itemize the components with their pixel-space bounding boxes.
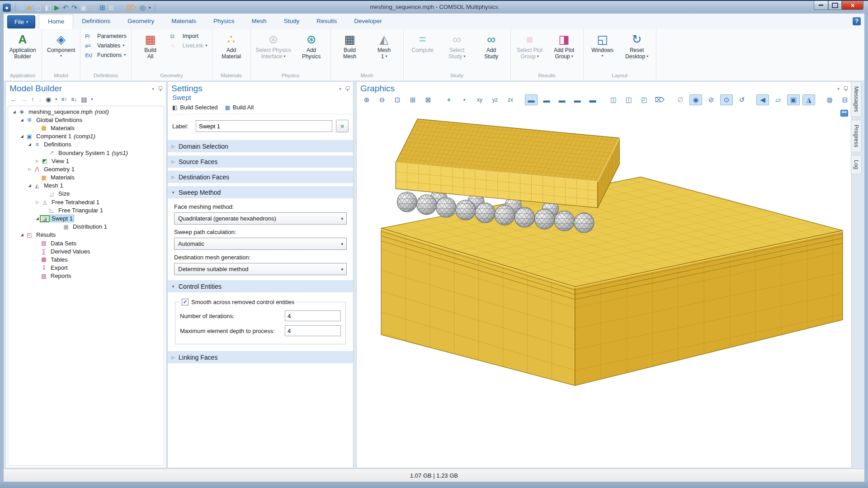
panel-menu-icon[interactable]: ▾ — [152, 86, 154, 91]
help-button[interactable]: ? — [853, 17, 861, 25]
section-sweep-method[interactable]: ▾ Sweep Method — [168, 186, 353, 198]
tab-results[interactable]: Results — [308, 14, 345, 29]
functions-button[interactable]: f(x) Functions ▾ — [83, 52, 128, 59]
build-selected-button[interactable]: ◧ Build Selected — [172, 104, 217, 111]
dest-mesh-select[interactable]: Determine suitable method ▾ — [174, 263, 347, 275]
smooth-checkbox[interactable] — [182, 299, 189, 305]
chevron-down-icon[interactable]: ▾ — [458, 94, 471, 105]
tab-home[interactable]: Home — [39, 14, 73, 29]
collapse-all-button[interactable]: ≡↑ — [61, 96, 67, 103]
selection-cube-b-button[interactable]: ◫ — [623, 94, 635, 105]
tree-item-export[interactable]: ↧Export — [8, 264, 164, 272]
add-physics-button[interactable]: ⊛ Add Physics — [295, 31, 328, 61]
expander-icon[interactable]: ◢ — [26, 142, 33, 146]
tree-item-root[interactable]: ◢◈meshing_sequence.mph(root) — [8, 108, 164, 116]
compute-button[interactable]: = Compute — [406, 31, 439, 54]
zoom-out-button[interactable]: ⊖ — [376, 94, 388, 105]
select-study-button[interactable]: ∞ Select Study▾ — [441, 31, 473, 61]
livelink-button[interactable]: ⇆ LiveLink ▾ — [169, 42, 209, 49]
go-to-zx-view-button[interactable]: zx — [504, 94, 517, 105]
print-button[interactable]: ⊟ — [839, 94, 851, 105]
tree-item-free-triangular-1[interactable]: ◺Free Triangular 1 — [8, 206, 164, 214]
section-source-faces[interactable]: ▷ Source Faces — [168, 155, 353, 168]
add-plot-group-button[interactable]: ◨ Add Plot Group▾ — [548, 31, 580, 61]
minimize-button[interactable] — [814, 1, 828, 10]
tab-messages[interactable]: Messages — [851, 81, 862, 117]
max-depth-input[interactable] — [285, 325, 341, 336]
mesh-render-button[interactable]: ◮ — [802, 94, 815, 105]
iterations-input[interactable] — [285, 310, 341, 321]
select-block-button[interactable]: ◰ — [638, 94, 651, 105]
tree-item-reports[interactable]: ▧Reports — [8, 272, 164, 280]
expander-icon[interactable]: ◢ — [19, 118, 25, 122]
back-button[interactable]: ← — [10, 96, 17, 103]
tree-item-distribution-1[interactable]: ▦Distribution 1 — [8, 223, 164, 231]
graphics-canvas[interactable] — [357, 107, 851, 467]
component-button[interactable]: ◈ Component ▾ — [45, 31, 77, 60]
show-in-box-button[interactable]: ⊙ — [720, 94, 733, 105]
lighting-left-button[interactable]: ▬ — [525, 94, 538, 105]
select-plot-group-button[interactable]: ■ Select Plot Group▾ — [514, 31, 546, 61]
tree-item-size[interactable]: ◿Size — [8, 190, 164, 198]
panel-menu-icon[interactable]: ▾ — [339, 86, 341, 91]
wireframe-button[interactable]: ▣ — [787, 94, 800, 105]
reset-desktop-button[interactable]: ↻ Reset Desktop▾ — [621, 31, 653, 61]
expander-icon[interactable]: ◢ — [19, 134, 25, 138]
tab-mesh[interactable]: Mesh — [243, 14, 275, 29]
build-mesh-button[interactable]: ▦ Build Mesh — [334, 31, 366, 61]
zoom-extents-button[interactable]: ⊞ — [406, 94, 419, 105]
go-to-xy-view-button[interactable]: xy — [473, 94, 486, 105]
move-down-button[interactable]: ↓ — [38, 96, 42, 103]
select-physics-interface-button[interactable]: ⊛ Select Physics Interface▾ — [254, 31, 293, 61]
variables-button[interactable]: a= Variables ▾ — [83, 42, 128, 49]
add-study-button[interactable]: ∞ Add Study — [475, 31, 508, 61]
tab-developer[interactable]: Developer — [345, 14, 391, 29]
pin-icon[interactable] — [843, 86, 848, 91]
image-snapshot-button[interactable]: ◍ — [823, 94, 836, 105]
tab-materials[interactable]: Materials — [163, 14, 205, 29]
tree-item-view-1[interactable]: ▷◩View 1 — [8, 157, 164, 165]
expander-icon[interactable]: ◢ — [11, 110, 18, 114]
go-to-yz-view-button[interactable]: yz — [489, 94, 501, 105]
windows-button[interactable]: ◱ Windows ▾ — [586, 31, 619, 60]
expander-icon[interactable]: ◢ — [19, 233, 25, 237]
transparency-button[interactable]: ▱ — [772, 94, 784, 105]
maximize-button[interactable] — [828, 1, 842, 10]
chevron-down-icon[interactable]: ▾ — [55, 96, 57, 103]
zoom-to-selection-button[interactable]: ⊠ — [422, 94, 434, 105]
clear-selection-button[interactable]: ⌦ — [653, 94, 666, 105]
tree-item-derived-values[interactable]: ∑Derived Values — [8, 247, 164, 255]
zoom-box-button[interactable]: ⊡ — [391, 94, 404, 105]
close-button[interactable]: × — [842, 1, 863, 10]
expander-icon[interactable]: ▷ — [26, 167, 33, 171]
import-button[interactable]: ⊡ Import — [169, 33, 209, 40]
chevron-down-icon[interactable]: ▾ — [91, 96, 93, 103]
tree-item-materials-component[interactable]: ▦Materials — [8, 174, 164, 182]
tree-item-free-tetrahedral-1[interactable]: ▷◬Free Tetrahedral 1 — [8, 198, 164, 206]
tab-progress[interactable]: Progress — [851, 120, 862, 152]
build-all-button[interactable]: ▦ Build All — [134, 31, 167, 61]
pin-icon[interactable] — [158, 86, 162, 91]
expander-icon[interactable]: ◢ — [26, 183, 33, 188]
graphics-3d-model[interactable] — [357, 107, 851, 467]
rename-label-button[interactable]: ≡ — [336, 120, 349, 132]
label-input[interactable] — [196, 120, 332, 132]
tree-item-results[interactable]: ◢◰Results — [8, 231, 164, 239]
tab-physics[interactable]: Physics — [205, 14, 243, 29]
move-up-button[interactable]: ↑ — [31, 96, 34, 103]
go-to-default-view-button[interactable]: ⌖ — [443, 94, 455, 105]
tree-item-boundary-system-1[interactable]: ↗Boundary System 1(sys1) — [8, 149, 164, 157]
application-builder-button[interactable]: A Application Builder — [6, 31, 39, 61]
lighting-split-button[interactable]: ▬ — [556, 94, 568, 105]
forward-button[interactable]: → — [21, 96, 27, 103]
expander-icon[interactable]: ◢ — [34, 216, 41, 221]
section-destination-faces[interactable]: ▷ Destination Faces — [168, 171, 353, 183]
scene-light-button[interactable]: ◀ — [756, 94, 769, 105]
section-domain-selection[interactable]: ▷ Domain Selection — [168, 140, 353, 152]
lighting-band-button[interactable]: ▬ — [571, 94, 584, 105]
parameters-button[interactable]: Pi Parameters — [83, 33, 128, 40]
tree-item-materials-global[interactable]: ▦Materials — [8, 124, 164, 132]
tab-study[interactable]: Study — [275, 14, 308, 29]
tab-log[interactable]: Log — [851, 155, 862, 174]
tree-item-mesh-1[interactable]: ◢◭Mesh 1 — [8, 182, 164, 190]
